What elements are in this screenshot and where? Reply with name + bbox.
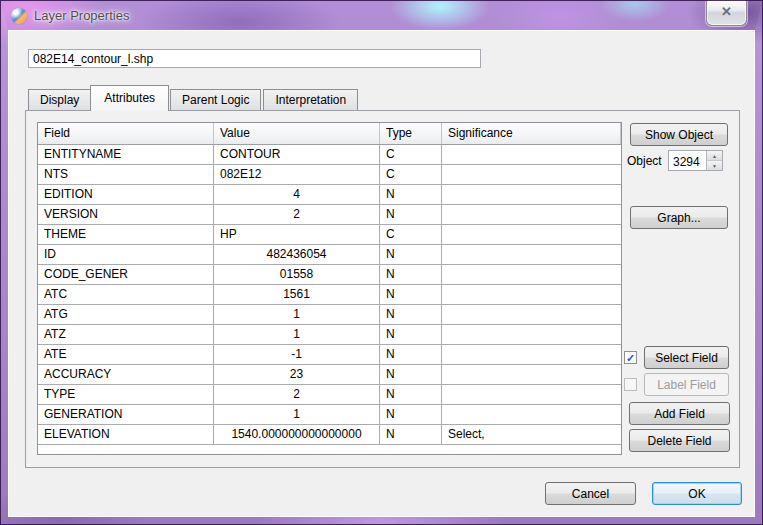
cell-field: NTS bbox=[38, 165, 214, 184]
cell-significance bbox=[442, 205, 621, 224]
column-header-significance[interactable]: Significance bbox=[442, 123, 621, 144]
object-spinner: ▲ ▼ bbox=[668, 150, 723, 171]
column-header-field[interactable]: Field bbox=[38, 123, 214, 144]
table-row[interactable]: EDITION4N bbox=[38, 185, 621, 205]
cell-type: N bbox=[380, 345, 442, 364]
cell-type: N bbox=[380, 405, 442, 424]
table-body: ENTITYNAMECONTOURCNTS082E12CEDITION4NVER… bbox=[38, 145, 621, 445]
table-row[interactable]: ELEVATION1540.000000000000000NSelect, bbox=[38, 425, 621, 445]
tab-display[interactable]: Display bbox=[28, 89, 91, 111]
cell-field: ATG bbox=[38, 305, 214, 324]
cell-field: EDITION bbox=[38, 185, 214, 204]
title-bar[interactable]: Layer Properties ✕ bbox=[0, 0, 763, 30]
table-row[interactable]: ACCURACY23N bbox=[38, 365, 621, 385]
cell-type: N bbox=[380, 425, 442, 444]
table-row[interactable]: ATE-1N bbox=[38, 345, 621, 365]
cell-field: ELEVATION bbox=[38, 425, 214, 444]
cell-type: N bbox=[380, 285, 442, 304]
table-row[interactable]: NTS082E12C bbox=[38, 165, 621, 185]
spin-up-icon[interactable]: ▲ bbox=[706, 151, 722, 161]
delete-field-button[interactable]: Delete Field bbox=[629, 429, 730, 452]
cancel-button[interactable]: Cancel bbox=[545, 482, 636, 505]
cell-value: 01558 bbox=[214, 265, 380, 284]
cell-type: N bbox=[380, 305, 442, 324]
table-row[interactable]: VERSION2N bbox=[38, 205, 621, 225]
cell-value: 1 bbox=[214, 305, 380, 324]
cell-type: N bbox=[380, 385, 442, 404]
cell-field: ID bbox=[38, 245, 214, 264]
label-field-button: Label Field bbox=[644, 373, 729, 396]
ok-button[interactable]: OK bbox=[652, 482, 742, 505]
cell-type: C bbox=[380, 165, 442, 184]
cell-significance bbox=[442, 245, 621, 264]
cell-type: N bbox=[380, 265, 442, 284]
layer-filename-input[interactable] bbox=[28, 49, 481, 68]
close-icon: ✕ bbox=[721, 4, 732, 19]
graph-button[interactable]: Graph... bbox=[630, 206, 728, 229]
label-field-checkbox[interactable] bbox=[624, 378, 637, 391]
cell-type: N bbox=[380, 365, 442, 384]
cell-field: THEME bbox=[38, 225, 214, 244]
cell-value: 1540.000000000000000 bbox=[214, 425, 380, 444]
column-header-value[interactable]: Value bbox=[214, 123, 380, 144]
cell-value: 2 bbox=[214, 385, 380, 404]
attributes-table: Field Value Type Significance ENTITYNAME… bbox=[37, 122, 622, 455]
cell-value: 2 bbox=[214, 205, 380, 224]
close-button[interactable]: ✕ bbox=[706, 0, 747, 26]
table-row[interactable]: ID482436054N bbox=[38, 245, 621, 265]
cell-significance bbox=[442, 265, 621, 284]
cell-value: 482436054 bbox=[214, 245, 380, 264]
table-row[interactable]: GENERATION1N bbox=[38, 405, 621, 425]
table-header-row: Field Value Type Significance bbox=[38, 123, 621, 145]
tab-bar: DisplayAttributesParent LogicInterpretat… bbox=[28, 84, 358, 111]
cell-value: HP bbox=[214, 225, 380, 244]
dialog-client-area: DisplayAttributesParent LogicInterpretat… bbox=[8, 30, 755, 517]
table-row[interactable]: ATZ1N bbox=[38, 325, 621, 345]
cell-value: CONTOUR bbox=[214, 145, 380, 164]
cell-significance bbox=[442, 365, 621, 384]
cell-significance bbox=[442, 165, 621, 184]
table-row[interactable]: ATC1561N bbox=[38, 285, 621, 305]
tab-interpretation[interactable]: Interpretation bbox=[263, 89, 358, 111]
column-header-type[interactable]: Type bbox=[380, 123, 442, 144]
object-value-input[interactable] bbox=[669, 151, 706, 170]
cell-type: N bbox=[380, 325, 442, 344]
table-row[interactable]: ATG1N bbox=[38, 305, 621, 325]
cell-field: ATZ bbox=[38, 325, 214, 344]
cell-significance bbox=[442, 185, 621, 204]
cell-type: C bbox=[380, 225, 442, 244]
table-row[interactable]: ENTITYNAMECONTOURC bbox=[38, 145, 621, 165]
cell-significance bbox=[442, 385, 621, 404]
cell-significance bbox=[442, 285, 621, 304]
cell-field: GENERATION bbox=[38, 405, 214, 424]
tab-attributes[interactable]: Attributes bbox=[90, 85, 169, 111]
add-field-button[interactable]: Add Field bbox=[629, 402, 730, 425]
cell-value: 23 bbox=[214, 365, 380, 384]
cell-value: 1 bbox=[214, 325, 380, 344]
select-field-checkbox[interactable]: ✓ bbox=[624, 351, 637, 364]
cell-field: ATC bbox=[38, 285, 214, 304]
cell-value: -1 bbox=[214, 345, 380, 364]
cell-type: N bbox=[380, 245, 442, 264]
table-row[interactable]: CODE_GENER01558N bbox=[38, 265, 621, 285]
cell-significance bbox=[442, 305, 621, 324]
cell-value: 4 bbox=[214, 185, 380, 204]
select-field-button[interactable]: Select Field bbox=[644, 346, 729, 369]
cell-field: ATE bbox=[38, 345, 214, 364]
object-label: Object bbox=[627, 154, 662, 168]
cell-field: VERSION bbox=[38, 205, 214, 224]
check-icon: ✓ bbox=[625, 352, 636, 364]
window-title: Layer Properties bbox=[34, 8, 129, 23]
table-row[interactable]: TYPE2N bbox=[38, 385, 621, 405]
table-row[interactable]: THEMEHPC bbox=[38, 225, 621, 245]
spin-down-icon[interactable]: ▼ bbox=[706, 161, 722, 170]
cell-significance bbox=[442, 225, 621, 244]
cell-significance bbox=[442, 405, 621, 424]
cell-field: ACCURACY bbox=[38, 365, 214, 384]
attributes-tab-page: Field Value Type Significance ENTITYNAME… bbox=[25, 110, 740, 468]
cell-significance bbox=[442, 345, 621, 364]
cell-field: CODE_GENER bbox=[38, 265, 214, 284]
show-object-button[interactable]: Show Object bbox=[630, 123, 728, 146]
tab-parent-logic[interactable]: Parent Logic bbox=[170, 89, 261, 111]
app-icon bbox=[11, 8, 27, 24]
